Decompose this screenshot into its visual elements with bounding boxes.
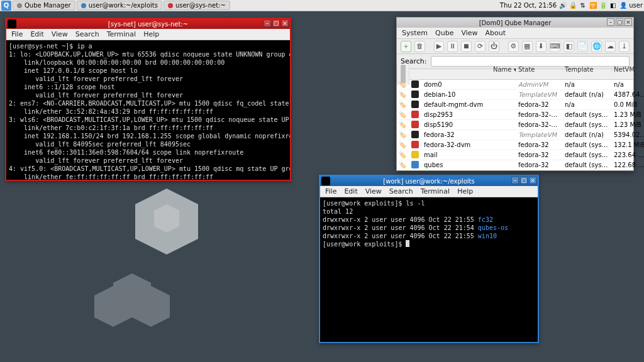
app-launcher[interactable]: Q [1, 1, 11, 11]
task-work-terminal[interactable]: user@work:~/exploits [77, 1, 162, 10]
menu-file[interactable]: File [11, 30, 23, 38]
kill-button[interactable]: ⏻ [489, 41, 499, 52]
col-state[interactable]: State [516, 66, 563, 73]
minimize-button[interactable]: – [511, 177, 519, 184]
clock[interactable]: Thu 22 Oct, 21:56 [500, 2, 557, 9]
new-qube-button[interactable]: ＋ [401, 41, 411, 52]
menu-terminal[interactable]: Terminal [107, 30, 136, 38]
vm-disk: 4387.64 MiB [612, 91, 644, 98]
backup-button[interactable]: ☁ [605, 41, 616, 52]
col-name[interactable]: Name ▾ [491, 66, 516, 73]
table-row[interactable]: 🏷️debian-10TemplateVMdefault (n/a)4387.6… [397, 90, 633, 100]
task-qube-manager[interactable]: Qube Manager [13, 1, 75, 10]
apps-button[interactable]: ▦ [522, 41, 533, 52]
menubar: File Edit View Search Terminal Help [6, 29, 290, 40]
table-row[interactable]: 🏷️mailfedora-32default (sys-firewall)223… [397, 150, 633, 160]
vm-netvm: default (n/a) [563, 91, 612, 98]
status-icon: 🏷️ [397, 101, 409, 108]
shutdown-button[interactable]: ⏹ [461, 41, 472, 52]
restart-button[interactable]: ⟳ [475, 41, 486, 52]
col-template[interactable]: Template [563, 66, 612, 73]
qubes-tray-icon[interactable]: ◧ [609, 1, 617, 9]
maximize-button[interactable]: ▢ [616, 18, 623, 26]
maximize-button[interactable]: ▢ [520, 177, 528, 184]
update-button[interactable]: ⬇ [536, 41, 547, 52]
status-icon: 🏷️ [397, 111, 409, 118]
terminal-body[interactable]: [user@sys-net ~]$ ip a 1: lo: <LOOPBACK,… [6, 40, 290, 180]
user-icon[interactable]: 👤 [619, 1, 627, 9]
settings-button[interactable]: ⚙ [508, 41, 519, 52]
battery-icon[interactable]: 🔋 [599, 1, 607, 9]
terminal-output: 1: lo: <LOOPBACK,UP,LOWER_UP> mtu 65536 … [9, 51, 290, 180]
prompt: [user@work exploits]$ [323, 241, 406, 248]
template-button[interactable]: ◧ [564, 41, 574, 52]
menu-file[interactable]: File [325, 187, 336, 195]
vm-template: TemplateVM [516, 131, 563, 138]
dir-name: fc32 [478, 216, 493, 223]
delete-qube-button[interactable]: 🗑 [414, 41, 425, 52]
log-button[interactable]: 📄 [577, 41, 588, 52]
close-button[interactable]: × [529, 177, 536, 184]
titlebar[interactable]: [Dom0] Qube Manager – ▢ × [397, 18, 633, 28]
prompt: [user@sys-net ~]$ [9, 43, 77, 50]
vm-template: TemplateVM [516, 91, 563, 98]
lock-icon[interactable]: 🔒 [569, 1, 577, 9]
menu-search[interactable]: Search [389, 187, 413, 195]
task-label: user@sys-net:~ [175, 2, 226, 9]
minimize-button[interactable]: – [607, 18, 614, 26]
taskbar: Q Qube Manager user@work:~/exploits user… [0, 0, 644, 11]
titlebar[interactable]: [work] user@work:~/exploits – ▢ × [320, 176, 538, 186]
task-sysnet-terminal[interactable]: user@sys-net:~ [164, 1, 230, 10]
vm-template: fedora-32 [516, 101, 563, 108]
vm-disk: 0.0 MiB [612, 101, 644, 108]
menu-search[interactable]: Search [75, 30, 99, 38]
table-row[interactable]: 🏷️default-mgmt-dvmfedora-32n/a0.0 MiBYes [397, 100, 633, 110]
terminal-body[interactable]: [user@work exploits]$ ls -l total 12 drw… [320, 197, 538, 342]
table-row[interactable]: 🏷️qubesfedora-32default (sys-firewall)12… [397, 160, 633, 170]
network-icon[interactable]: 🛜 [589, 1, 597, 9]
vm-netvm: default (sys-firewall) [563, 162, 612, 168]
col-netvm[interactable]: NetVM [612, 66, 644, 73]
close-button[interactable]: × [281, 19, 289, 27]
vm-netvm: n/a [563, 81, 612, 88]
table-row[interactable]: 🏷️dom0AdminVMn/an/a [397, 80, 633, 90]
menubar: System Qube View About [397, 28, 633, 39]
user-label[interactable]: user [629, 2, 643, 9]
status-icon: 🏷️ [397, 151, 409, 158]
vm-name: default-mgmt-dvm [422, 101, 491, 108]
keyboard-button[interactable]: ⌨ [550, 41, 561, 52]
volume-icon[interactable]: 🔊 [558, 1, 567, 9]
global-settings-button[interactable]: 🌐 [591, 41, 602, 52]
vm-name: dom0 [422, 81, 491, 88]
status-icon: 🏷️ [397, 162, 409, 168]
table-row[interactable]: 🏷️fedora-32-dvmfedora-32default (sys-fir… [397, 140, 633, 150]
table-row[interactable]: 🏷️disp5190fedora-32-dvmdefault (sys-fire… [397, 120, 633, 130]
window-icon [8, 19, 16, 28]
menu-view[interactable]: View [365, 187, 382, 195]
menu-view[interactable]: View [52, 30, 68, 38]
cube-icon [81, 3, 86, 8]
maximize-button[interactable]: ▢ [272, 19, 280, 27]
menu-about[interactable]: About [486, 29, 506, 37]
menu-system[interactable]: System [402, 29, 428, 37]
titlebar[interactable]: [sys-net] user@sys-net:~ – ▢ × [6, 19, 290, 29]
menu-qube[interactable]: Qube [435, 29, 453, 37]
minimize-button[interactable]: – [264, 19, 271, 27]
search-input[interactable] [431, 56, 630, 67]
restore-button[interactable]: ⤓ [619, 41, 630, 52]
vm-disk: 1.23 MiB [612, 111, 644, 118]
vm-color-icon [409, 151, 422, 160]
menu-edit[interactable]: Edit [344, 187, 357, 195]
table-row[interactable]: 🏷️fedora-32TemplateVMdefault (n/a)5394.0… [397, 130, 633, 140]
menubar: File Edit View Search Terminal Help [320, 186, 538, 197]
menu-help[interactable]: Help [143, 30, 159, 38]
pause-button[interactable]: ⏸ [447, 41, 458, 52]
menu-terminal[interactable]: Terminal [421, 187, 450, 195]
menu-help[interactable]: Help [457, 187, 473, 195]
usb-icon[interactable]: ⇅ [579, 1, 587, 9]
menu-edit[interactable]: Edit [30, 30, 43, 38]
table-row[interactable]: 🏷️disp2953fedora-32-dvmdefault (sys-fire… [397, 110, 633, 120]
menu-view[interactable]: View [461, 29, 477, 37]
start-button[interactable]: ▶ [434, 41, 445, 52]
close-button[interactable]: × [625, 18, 632, 26]
